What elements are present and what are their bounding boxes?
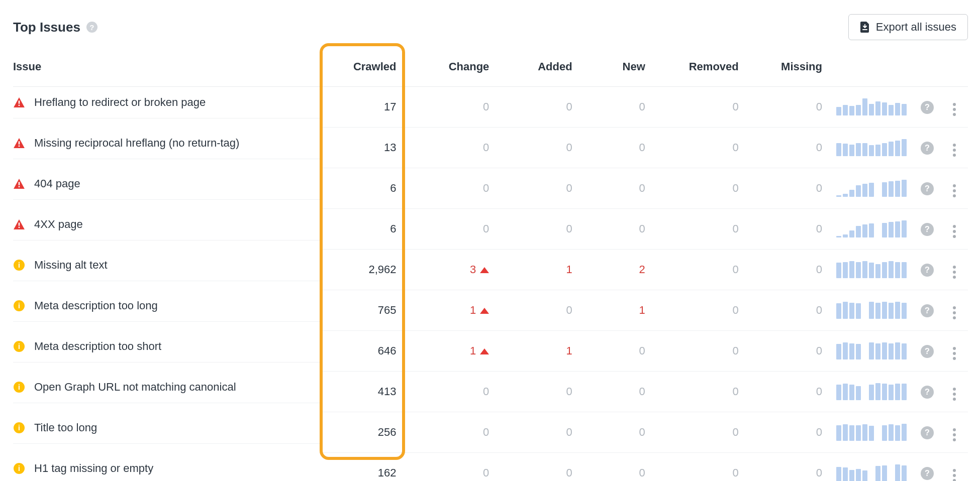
svg-rect-5	[19, 186, 20, 187]
row-menu-icon[interactable]	[948, 101, 961, 118]
row-help-icon[interactable]: ?	[921, 142, 934, 155]
row-help-icon[interactable]: ?	[921, 264, 934, 277]
col-missing[interactable]: Missing	[746, 60, 829, 87]
sparkline-cell	[829, 209, 914, 250]
row-menu-icon[interactable]	[948, 264, 961, 281]
change-cell: 0	[404, 372, 497, 412]
error-triangle-icon	[13, 138, 25, 148]
warning-circle-icon: i	[13, 341, 25, 352]
removed-cell: 0	[652, 209, 746, 250]
row-menu-icon[interactable]	[948, 142, 961, 159]
col-new[interactable]: New	[579, 60, 652, 87]
sparkline-cell	[829, 87, 914, 128]
svg-rect-3	[19, 145, 20, 147]
issue-cell[interactable]: iOpen Graph URL not matching canonical	[13, 372, 320, 403]
issue-cell[interactable]: 4XX page	[13, 209, 320, 240]
missing-cell: 0	[746, 87, 829, 128]
warning-circle-icon: i	[13, 260, 25, 271]
issue-cell[interactable]: iH1 tag missing or empty	[13, 453, 320, 482]
col-added[interactable]: Added	[496, 60, 579, 87]
added-cell: 0	[496, 128, 579, 168]
table-row: iMeta description too long76510100?	[13, 290, 968, 331]
export-all-button[interactable]: Export all issues	[848, 14, 968, 40]
row-help-icon[interactable]: ?	[921, 182, 934, 195]
added-cell: 0	[496, 87, 579, 128]
added-cell: 0	[496, 209, 579, 250]
issue-name: Open Graph URL not matching canonical	[34, 381, 236, 394]
row-help-icon[interactable]: ?	[921, 386, 934, 399]
issue-name: Hreflang to redirect or broken page	[34, 96, 206, 109]
missing-cell: 0	[746, 128, 829, 168]
crawled-cell: 765	[320, 290, 403, 331]
change-cell: 0	[404, 209, 497, 250]
row-help-icon[interactable]: ?	[921, 304, 934, 317]
crawled-cell: 413	[320, 372, 403, 412]
col-crawled[interactable]: Crawled	[320, 60, 403, 87]
row-help-icon[interactable]: ?	[921, 426, 934, 439]
missing-cell: 0	[746, 331, 829, 372]
removed-cell: 0	[652, 168, 746, 209]
new-cell: 0	[579, 128, 652, 168]
issue-name: 404 page	[34, 177, 80, 190]
warning-circle-icon: i	[13, 422, 25, 433]
row-help-icon[interactable]: ?	[921, 223, 934, 236]
row-help-icon[interactable]: ?	[921, 467, 934, 480]
issue-cell[interactable]: Hreflang to redirect or broken page	[13, 87, 320, 118]
sparkline-cell	[829, 372, 914, 412]
removed-cell: 0	[652, 412, 746, 453]
sparkline-chart	[836, 98, 907, 115]
change-cell: 0	[404, 128, 497, 168]
issue-name: Meta description too short	[34, 340, 161, 353]
sparkline-cell	[829, 331, 914, 372]
missing-cell: 0	[746, 209, 829, 250]
sparkline-cell	[829, 250, 914, 290]
warning-circle-icon: i	[13, 382, 25, 393]
crawled-cell: 162	[320, 453, 403, 482]
issue-name: Missing alt text	[34, 259, 108, 272]
table-row: iMissing alt text2,96231200?	[13, 250, 968, 290]
row-menu-icon[interactable]	[948, 182, 961, 199]
issue-cell[interactable]: 404 page	[13, 168, 320, 200]
trend-up-icon	[480, 348, 489, 354]
title-help-icon[interactable]: ?	[86, 22, 97, 33]
removed-cell: 0	[652, 331, 746, 372]
change-cell: 3	[404, 250, 497, 290]
svg-rect-6	[19, 222, 20, 225]
row-menu-icon[interactable]	[948, 386, 961, 403]
crawled-cell: 13	[320, 128, 403, 168]
row-menu-icon[interactable]	[948, 467, 961, 481]
issue-cell[interactable]: iMissing alt text	[13, 250, 320, 281]
table-row: iMeta description too short64611000?	[13, 331, 968, 372]
file-download-icon	[860, 22, 870, 33]
row-menu-icon[interactable]	[948, 345, 961, 362]
new-cell: 0	[579, 372, 652, 412]
col-removed[interactable]: Removed	[652, 60, 746, 87]
issue-cell[interactable]: iMeta description too long	[13, 290, 320, 322]
issue-name: H1 tag missing or empty	[34, 462, 153, 475]
sparkline-chart	[836, 139, 907, 156]
change-cell: 0	[404, 87, 497, 128]
added-cell: 1	[496, 250, 579, 290]
change-cell: 0	[404, 168, 497, 209]
sparkline-chart	[836, 342, 907, 359]
missing-cell: 0	[746, 412, 829, 453]
crawled-cell: 2,962	[320, 250, 403, 290]
new-cell: 1	[579, 290, 652, 331]
issue-cell[interactable]: iTitle too long	[13, 412, 320, 444]
new-cell: 0	[579, 209, 652, 250]
row-help-icon[interactable]: ?	[921, 345, 934, 358]
row-menu-icon[interactable]	[948, 223, 961, 240]
col-issue[interactable]: Issue	[13, 60, 320, 87]
row-help-icon[interactable]: ?	[921, 101, 934, 114]
issue-cell[interactable]: iMeta description too short	[13, 331, 320, 363]
svg-rect-7	[19, 226, 20, 228]
crawled-cell: 17	[320, 87, 403, 128]
table-row: iTitle too long25600000?	[13, 412, 968, 453]
row-menu-icon[interactable]	[948, 304, 961, 321]
change-cell: 1	[404, 331, 497, 372]
sparkline-chart	[836, 180, 907, 197]
col-change[interactable]: Change	[404, 60, 497, 87]
row-menu-icon[interactable]	[948, 426, 961, 443]
issue-cell[interactable]: Missing reciprocal hreflang (no return-t…	[13, 128, 320, 159]
issue-name: 4XX page	[34, 218, 83, 231]
